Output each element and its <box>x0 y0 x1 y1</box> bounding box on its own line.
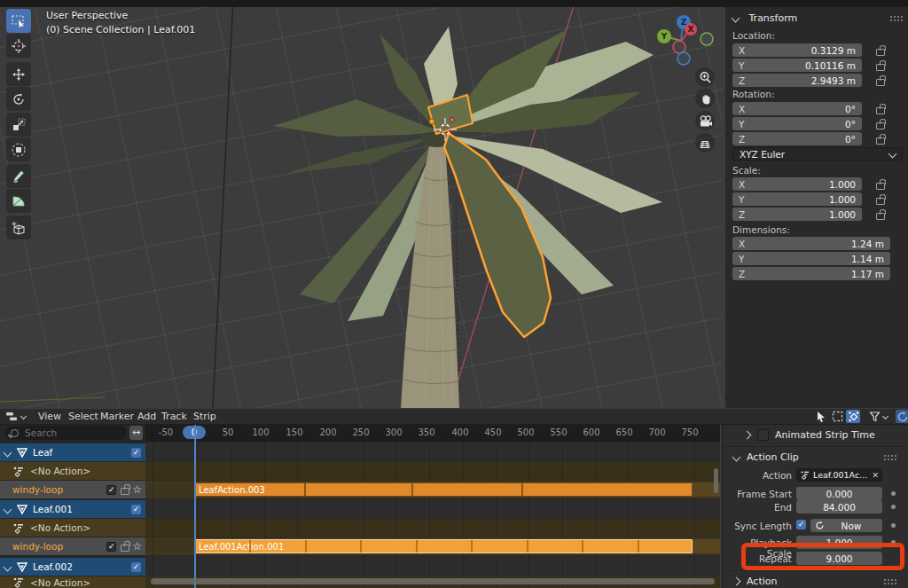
horizontal-scrollbar[interactable] <box>151 578 715 584</box>
tool-scale[interactable] <box>6 113 31 137</box>
panel-grip-handle[interactable] <box>890 16 892 18</box>
rotation-z-field[interactable]: Z0° <box>732 132 862 145</box>
sync-button-partial[interactable] <box>896 410 908 423</box>
tool-cursor[interactable] <box>6 34 31 58</box>
track-lock-icon[interactable] <box>119 483 131 496</box>
tool-add-cube[interactable] <box>6 216 31 239</box>
menu-add[interactable]: Add <box>137 411 156 422</box>
frame-start-field[interactable]: 0.000 <box>796 487 882 500</box>
menu-view[interactable]: View <box>38 411 61 422</box>
filter-button[interactable] <box>867 410 888 423</box>
tool-rotate[interactable] <box>6 87 31 111</box>
transform-panel-header[interactable]: Transform <box>732 12 797 24</box>
rotation-x-lock-icon[interactable] <box>874 102 887 114</box>
panel-grip-handle[interactable] <box>884 579 886 581</box>
location-z-lock-icon[interactable] <box>874 74 887 86</box>
rotation-z-lock-icon[interactable] <box>874 132 887 145</box>
snapping-toggle-button[interactable] <box>846 410 860 423</box>
playhead[interactable] <box>194 424 196 588</box>
track-no-action-3[interactable]: <No Action> <box>0 576 145 588</box>
tweak-tool-button[interactable] <box>814 410 828 423</box>
track-leaf-002[interactable]: Leaf.002 ✓ <box>0 558 145 576</box>
expand-chevron-icon[interactable] <box>4 448 12 457</box>
location-y-field[interactable]: Y0.10116 m <box>732 59 862 72</box>
dimensions-y-field[interactable]: Y1.14 m <box>732 252 890 265</box>
rotation-mode-dropdown[interactable]: XYZ Euler <box>732 147 903 161</box>
scale-x-lock-icon[interactable] <box>874 177 887 190</box>
viewport-perspective-button[interactable] <box>695 133 715 153</box>
viewport-pan-button[interactable] <box>695 89 715 108</box>
tool-move[interactable] <box>6 62 31 86</box>
track-windy-loop-1[interactable]: windy-loop ✓ ☆ <box>0 481 145 498</box>
sync-length-label: Sync Length <box>723 521 792 531</box>
action-section-header[interactable]: Action <box>733 576 777 587</box>
expand-chevron-icon[interactable] <box>4 505 12 514</box>
dimensions-x-field[interactable]: X1.24 m <box>732 237 890 250</box>
menu-strip[interactable]: Strip <box>193 411 216 422</box>
timeline-ruler[interactable]: -50 50 100 150 200 250 300 350 400 450 5… <box>145 424 720 442</box>
track-enable-checkbox[interactable]: ✓ <box>131 448 141 458</box>
channel-search[interactable] <box>5 426 127 440</box>
unlink-action-icon[interactable]: ✕ <box>872 471 879 480</box>
scale-y-field[interactable]: Y1.000 <box>732 192 862 206</box>
tool-annotate[interactable] <box>6 164 31 188</box>
tool-measure[interactable] <box>6 189 31 213</box>
location-x-lock-icon[interactable] <box>874 43 887 56</box>
track-no-action-1[interactable]: <No Action> <box>0 462 145 480</box>
track-windy-loop-2[interactable]: windy-loop ✓ ☆ <box>0 537 145 555</box>
strip-leaf-001-action-001[interactable]: Leaf.001Action.001 <box>194 539 693 553</box>
dimensions-z-field[interactable]: Z1.17 m <box>732 267 890 280</box>
tool-select-box[interactable] <box>6 9 31 33</box>
strip-leafaction-003[interactable]: LeafAction.003 <box>194 482 693 497</box>
scale-z-field[interactable]: Z1.000 <box>732 208 862 221</box>
tool-transform[interactable] <box>6 137 31 161</box>
track-mute-checkbox[interactable]: ✓ <box>106 485 116 495</box>
location-z-field[interactable]: Z2.9493 m <box>732 74 862 87</box>
scale-y-lock-icon[interactable] <box>874 192 887 205</box>
sync-length-checkbox[interactable]: ✓ <box>796 520 806 529</box>
track-mute-checkbox[interactable]: ✓ <box>106 542 116 552</box>
track-leaf[interactable]: Leaf ✓ <box>0 443 145 461</box>
box-select-mode-button[interactable] <box>830 410 844 423</box>
track-lock-icon[interactable] <box>119 540 131 553</box>
action-clip-header[interactable]: Action Clip <box>733 451 799 463</box>
3d-viewport[interactable]: User Perspective (0) Scene Collection | … <box>0 0 723 408</box>
track-no-action-2[interactable]: <No Action> <box>0 519 145 537</box>
expand-chevron-icon[interactable] <box>4 562 12 571</box>
solo-star-icon[interactable]: ☆ <box>132 484 142 495</box>
gizmo-x-neg <box>673 41 685 53</box>
vertical-scrollbar[interactable] <box>714 468 718 493</box>
location-y-lock-icon[interactable] <box>874 59 887 71</box>
scale-x-field[interactable]: X1.000 <box>732 177 862 191</box>
sync-arrows-icon <box>896 411 908 423</box>
animated-strip-time-header[interactable]: Animated Strip Time <box>744 429 875 441</box>
location-x-field[interactable]: X0.3129 m <box>732 43 862 57</box>
rotation-y-field[interactable]: Y0° <box>732 117 862 130</box>
animate-dot[interactable] <box>891 505 896 509</box>
search-input[interactable] <box>23 427 115 439</box>
animated-strip-time-checkbox[interactable] <box>757 429 769 441</box>
solo-star-icon[interactable]: ☆ <box>132 541 142 552</box>
viewport-zoom-button[interactable] <box>695 67 715 87</box>
sync-now-button[interactable]: Now <box>810 519 882 532</box>
track-enable-checkbox[interactable]: ✓ <box>131 505 141 514</box>
scale-z-lock-icon[interactable] <box>874 208 887 220</box>
nla-strip-region[interactable]: -50 50 100 150 200 250 300 350 400 450 5… <box>145 424 720 588</box>
filter-invert-button[interactable]: ↔ <box>129 426 143 440</box>
menu-track[interactable]: Track <box>161 411 187 422</box>
menu-marker[interactable]: Marker <box>100 411 134 422</box>
rotation-y-lock-icon[interactable] <box>874 117 887 129</box>
orientation-gizmo[interactable]: Z X Y <box>652 11 723 73</box>
animate-dot[interactable] <box>891 523 896 528</box>
rotation-x-field[interactable]: X0° <box>732 102 862 115</box>
frame-end-field[interactable]: 84.000 <box>796 500 882 514</box>
action-selector[interactable]: Leaf.001Ac... ✕ <box>796 468 882 482</box>
editor-type-selector[interactable] <box>5 410 32 423</box>
panel-grip-handle[interactable] <box>884 455 886 457</box>
menu-select[interactable]: Select <box>68 411 98 422</box>
track-leaf-001[interactable]: Leaf.001 ✓ <box>0 500 145 518</box>
animate-dot[interactable] <box>891 491 896 496</box>
world-origin-line <box>213 0 233 408</box>
track-enable-checkbox[interactable]: ✓ <box>131 562 141 572</box>
viewport-camera-button[interactable] <box>695 111 715 130</box>
